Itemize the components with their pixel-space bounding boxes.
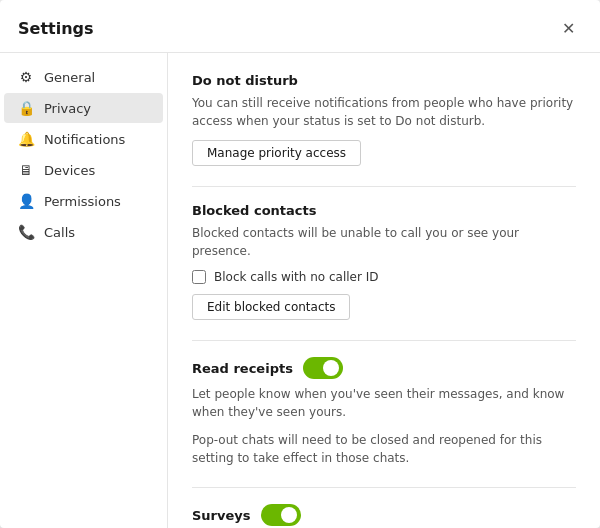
divider-3 (192, 487, 576, 488)
devices-icon: 🖥 (18, 162, 34, 178)
surveys-toggle-thumb (281, 507, 297, 523)
divider-1 (192, 186, 576, 187)
block-no-caller-id-checkbox[interactable] (192, 270, 206, 284)
blocked-contacts-description: Blocked contacts will be unable to call … (192, 224, 576, 260)
lock-icon: 🔒 (18, 100, 34, 116)
section-blocked-contacts: Blocked contacts Blocked contacts will b… (192, 203, 576, 320)
section-read-receipts: Read receipts Let people know when you'v… (192, 357, 576, 467)
toggle-track (303, 357, 343, 379)
sidebar-label-calls: Calls (44, 225, 75, 240)
blocked-contacts-title: Blocked contacts (192, 203, 576, 218)
divider-2 (192, 340, 576, 341)
dialog-header: Settings ✕ (0, 0, 600, 53)
surveys-toggle[interactable] (261, 504, 301, 526)
settings-dialog: Settings ✕ ⚙ General 🔒 Privacy 🔔 Notific… (0, 0, 600, 528)
phone-icon: 📞 (18, 224, 34, 240)
sidebar: ⚙ General 🔒 Privacy 🔔 Notifications 🖥 De… (0, 53, 168, 528)
sidebar-item-devices[interactable]: 🖥 Devices (4, 155, 163, 185)
read-receipts-desc2: Pop-out chats will need to be closed and… (192, 431, 576, 467)
bell-icon: 🔔 (18, 131, 34, 147)
do-not-disturb-title: Do not disturb (192, 73, 576, 88)
section-do-not-disturb: Do not disturb You can still receive not… (192, 73, 576, 166)
read-receipts-toggle[interactable] (303, 357, 343, 379)
do-not-disturb-description: You can still receive notifications from… (192, 94, 576, 130)
dialog-body: ⚙ General 🔒 Privacy 🔔 Notifications 🖥 De… (0, 53, 600, 528)
sidebar-item-privacy[interactable]: 🔒 Privacy (4, 93, 163, 123)
sidebar-item-calls[interactable]: 📞 Calls (4, 217, 163, 247)
edit-blocked-contacts-button[interactable]: Edit blocked contacts (192, 294, 350, 320)
dialog-title: Settings (18, 19, 94, 38)
sidebar-item-notifications[interactable]: 🔔 Notifications (4, 124, 163, 154)
manage-priority-access-button[interactable]: Manage priority access (192, 140, 361, 166)
close-button[interactable]: ✕ (554, 14, 582, 42)
surveys-toggle-track (261, 504, 301, 526)
block-no-caller-id-row: Block calls with no caller ID (192, 270, 576, 284)
sidebar-label-general: General (44, 70, 95, 85)
sidebar-label-permissions: Permissions (44, 194, 121, 209)
sidebar-label-notifications: Notifications (44, 132, 125, 147)
block-no-caller-id-label: Block calls with no caller ID (214, 270, 379, 284)
section-surveys: Surveys Participate in surveys from Micr… (192, 504, 576, 528)
toggle-thumb (323, 360, 339, 376)
person-icon: 👤 (18, 193, 34, 209)
sidebar-label-devices: Devices (44, 163, 95, 178)
gear-icon: ⚙ (18, 69, 34, 85)
read-receipts-desc1: Let people know when you've seen their m… (192, 385, 576, 421)
sidebar-item-general[interactable]: ⚙ General (4, 62, 163, 92)
read-receipts-toggle-row: Read receipts (192, 357, 576, 379)
main-content: Do not disturb You can still receive not… (168, 53, 600, 528)
sidebar-item-permissions[interactable]: 👤 Permissions (4, 186, 163, 216)
surveys-title: Surveys (192, 508, 251, 523)
read-receipts-title: Read receipts (192, 361, 293, 376)
surveys-toggle-row: Surveys (192, 504, 576, 526)
sidebar-label-privacy: Privacy (44, 101, 91, 116)
